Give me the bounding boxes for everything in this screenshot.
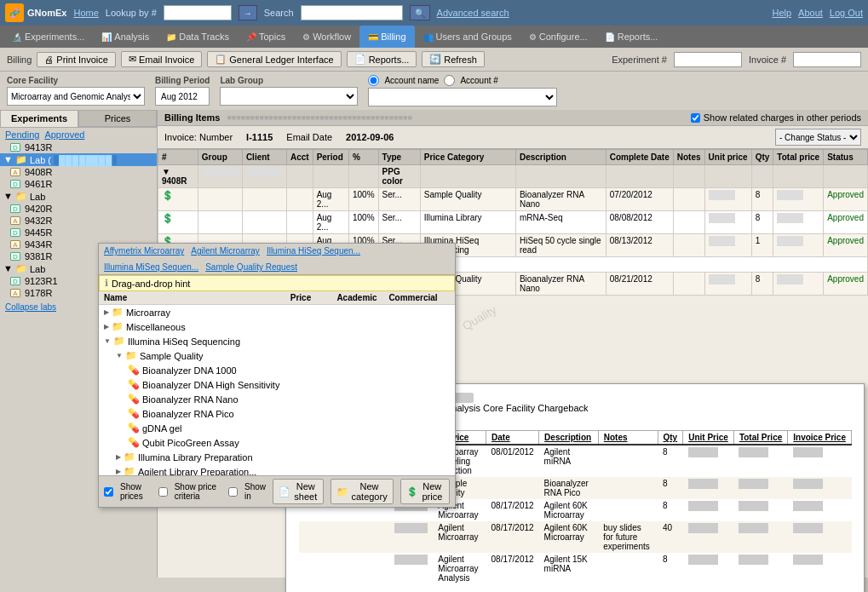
tree-item-label: 9123R1 xyxy=(25,276,58,286)
sample-quality-link[interactable]: Sample Quality Request xyxy=(205,262,297,272)
row-unit-price xyxy=(704,273,751,296)
refresh-button[interactable]: 🔄 Refresh xyxy=(422,51,485,67)
row-qty: 1 xyxy=(751,234,773,257)
prices-item-sample-quality[interactable]: ▼ 📁 Sample Quality xyxy=(99,348,455,363)
affymetrix-link[interactable]: Affymetrix Microarray xyxy=(104,246,184,256)
experiments-tab[interactable]: Experiments xyxy=(0,110,78,127)
qty: 8 xyxy=(658,445,683,477)
account-radio[interactable] xyxy=(444,75,455,86)
account-label: Account # xyxy=(460,76,497,85)
tab-workflow[interactable]: ⚙Workflow xyxy=(294,26,359,48)
lookup-input[interactable] xyxy=(164,5,232,20)
prices-item-label: Bioanalyzer RNA Pico xyxy=(142,409,234,419)
tab-experiments[interactable]: 🔬Experiments... xyxy=(3,26,93,48)
table-row[interactable]: 💲 Aug 2... 100% Ser... Illumina Library … xyxy=(158,211,868,234)
tree-item-9432r[interactable]: A 9432R xyxy=(0,215,157,227)
prices-tab[interactable]: Prices xyxy=(78,110,157,127)
account-select[interactable] xyxy=(369,92,556,103)
prices-item-misc[interactable]: ▶ 📁 Miscellaneous xyxy=(99,319,455,334)
tab-topics[interactable]: 📌Topics xyxy=(238,26,294,48)
reports-button[interactable]: 📄 Reports... xyxy=(347,51,417,67)
row-complete-date: 08/08/2012 xyxy=(606,211,673,234)
email-invoice-button[interactable]: ✉ Email Invoice xyxy=(121,51,202,67)
tree-item-9461r[interactable]: D 9461R xyxy=(0,178,157,190)
experiment-input[interactable] xyxy=(674,52,742,67)
new-sheet-button[interactable]: 📄 New sheet xyxy=(273,479,324,504)
dna-icon: D xyxy=(10,180,20,188)
print-invoice-button[interactable]: 🖨 Print Invoice xyxy=(37,52,116,67)
row-complete-date: 07/20/2012 xyxy=(606,188,673,211)
tab-billing[interactable]: 💳Billing xyxy=(359,26,414,48)
illumina-miseq-link[interactable]: Illumina MiSeq Sequen... xyxy=(104,262,198,272)
total-price xyxy=(733,477,787,499)
prices-item-bio-dna-high[interactable]: 💊 Bioanalyzer DNA High Sensitivity xyxy=(99,377,455,392)
tab-users[interactable]: 👥Users and Groups xyxy=(415,26,520,48)
tree-item-9408r[interactable]: A 9408R xyxy=(0,166,157,178)
change-status-select[interactable]: - Change Status - Approved Pending xyxy=(775,129,861,146)
pending-label[interactable]: Pending xyxy=(5,129,39,140)
new-price-button[interactable]: 💲 New price xyxy=(400,479,450,504)
show-prices-checkbox[interactable] xyxy=(104,487,113,497)
row-unit-price xyxy=(704,234,751,257)
tree-item-9420r[interactable]: D 9420R xyxy=(0,203,157,215)
tree-item-lab1[interactable]: ▼ 📁 Lab ( ████████ xyxy=(0,153,157,166)
prices-item-bio-rna-pico[interactable]: 💊 Bioanalyzer RNA Pico xyxy=(99,406,455,421)
tree-item-label: 9445R xyxy=(25,227,52,238)
print-icon: 🖨 xyxy=(44,55,54,65)
unit-price xyxy=(683,521,734,553)
tri-icon: ▼ xyxy=(116,352,123,359)
gl-interface-button[interactable]: 📋 General Ledger Interface xyxy=(207,51,341,67)
drag-drop-hint: ℹ Drag-and-drop hint xyxy=(99,275,455,291)
tree-item-9445r[interactable]: D 9445R xyxy=(0,227,157,239)
about-link[interactable]: About xyxy=(798,8,823,18)
search-button[interactable]: 🔍 xyxy=(410,5,430,20)
folder-icon: ▼ 📁 xyxy=(3,154,27,165)
date xyxy=(486,477,539,499)
lab-group-select[interactable] xyxy=(221,91,357,102)
tab-reports[interactable]: 📄Reports... xyxy=(596,26,667,48)
table-row[interactable]: ▼ 9408R PPG color xyxy=(158,165,868,188)
col-qty: Qty xyxy=(751,150,773,165)
show-price-criteria-checkbox[interactable] xyxy=(158,487,168,497)
show-in-checkbox[interactable] xyxy=(228,487,238,497)
qty: 40 xyxy=(658,521,683,553)
prices-tree: ▶ 📁 Microarray ▶ 📁 Miscellaneous ▼ 📁 Ill… xyxy=(99,305,455,475)
prices-item-agilent-library[interactable]: ▶ 📁 Agilent Library Preparation... xyxy=(99,464,455,475)
tab-data-tracks[interactable]: 📁Data Tracks xyxy=(158,26,238,48)
invoice-row[interactable]: Agilent Microarray 08/17/2012 Agilent 60… xyxy=(299,521,852,553)
row-type: Ser... xyxy=(378,188,420,211)
help-link[interactable]: Help xyxy=(772,8,791,18)
new-category-button[interactable]: 📁 New category xyxy=(331,479,393,504)
invoice-input[interactable] xyxy=(793,52,861,67)
account-name-radio[interactable] xyxy=(368,75,379,86)
invoice-number-label: Invoice: Number xyxy=(164,132,233,142)
table-row[interactable]: 💲 Aug 2... 100% Ser... Sample Quality Bi… xyxy=(158,188,868,211)
advanced-search-link[interactable]: Advanced search xyxy=(437,8,509,18)
tab-analysis[interactable]: 📊Analysis xyxy=(93,26,158,48)
price-icon: 💲 xyxy=(406,486,418,497)
prices-item-bio-dna-1000[interactable]: 💊 Bioanalyzer DNA 1000 xyxy=(99,363,455,377)
prices-item-gdna-gel[interactable]: 💊 gDNA gel xyxy=(99,421,455,435)
prices-leaf-icon: 💊 xyxy=(128,422,140,434)
prices-item-bio-rna-nano[interactable]: 💊 Bioanalyzer RNA Nano xyxy=(99,392,455,406)
tree-item-lab2[interactable]: ▼ 📁 Lab xyxy=(0,190,157,203)
prices-item-qubit[interactable]: 💊 Qubit PicoGreen Assay xyxy=(99,435,455,450)
core-facility-select[interactable]: Microarray and Genomic Analys xyxy=(8,91,144,102)
tab-configure[interactable]: ⚙Configure... xyxy=(520,26,596,48)
prices-item-illumina-library[interactable]: ▶ 📁 Illumina Library Preparation xyxy=(99,450,455,464)
logout-link[interactable]: Log Out xyxy=(830,8,863,18)
tree-item-9413r[interactable]: D 9413R xyxy=(0,141,157,153)
agilent-link[interactable]: Agilent Microarray xyxy=(191,246,260,256)
prices-item-microarray[interactable]: ▶ 📁 Microarray xyxy=(99,305,455,319)
illumina-hiseq-link[interactable]: Illumina HiSeq Sequen... xyxy=(267,246,360,256)
tab-data-tracks-label: Data Tracks xyxy=(179,32,229,42)
show-related-checkbox[interactable] xyxy=(691,113,700,123)
invoice-row[interactable]: Agilent Microarray Analysis 08/17/2012 A… xyxy=(299,553,852,584)
arr-icon: A xyxy=(10,240,20,249)
search-input[interactable] xyxy=(301,5,403,20)
home-link[interactable]: Home xyxy=(73,8,98,18)
approved-label[interactable]: Approved xyxy=(44,129,84,140)
go-button[interactable]: → xyxy=(239,5,257,20)
prices-item-illumina-hiseq[interactable]: ▼ 📁 Illumina HiSeq Sequencing xyxy=(99,334,455,348)
row-complete-date: 08/21/2012 xyxy=(606,273,673,296)
